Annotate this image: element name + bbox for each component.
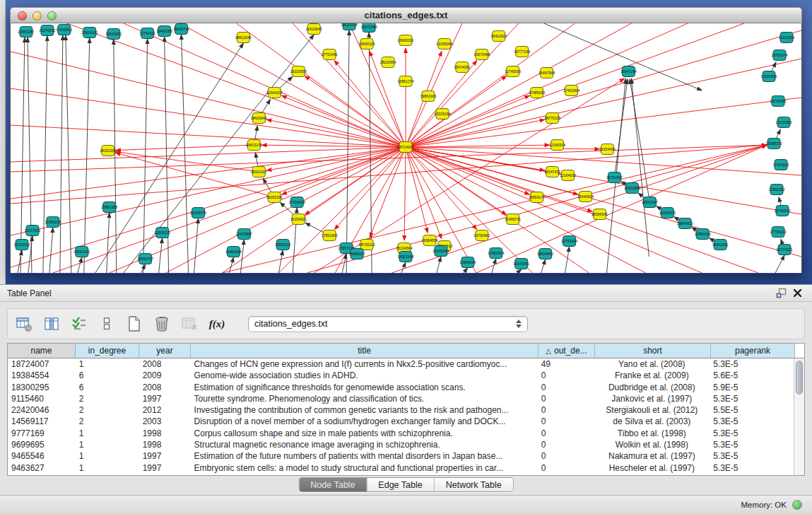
table-cell[interactable]: 49 — [538, 358, 594, 370]
table-row[interactable]: 946362711997Embryonic stem cells: a mode… — [8, 462, 794, 474]
table-cell[interactable]: 5.9E-5 — [710, 382, 794, 393]
table-cell[interactable]: 18300295 — [8, 382, 76, 393]
graph-edge[interactable] — [182, 35, 189, 273]
table-row[interactable]: 1872400712008Changes of HCN gene express… — [8, 358, 794, 370]
table-cell[interactable]: 2 — [76, 393, 139, 404]
tab-node-table[interactable]: Node Table — [299, 478, 366, 491]
graph-edge[interactable] — [107, 213, 110, 273]
table-settings-icon[interactable] — [15, 315, 33, 333]
table-cell[interactable]: 5.6E-5 — [710, 370, 794, 381]
graph-edge[interactable] — [115, 153, 274, 197]
table-cell[interactable]: 0 — [538, 404, 594, 416]
table-cell[interactable]: 2009 — [139, 370, 191, 381]
table-cell[interactable]: 9777169 — [8, 428, 76, 439]
table-row[interactable]: 969969511998Structural magnetic resonanc… — [8, 439, 794, 450]
trash-icon[interactable] — [153, 315, 171, 333]
graph-edge[interactable] — [517, 269, 522, 273]
function-builder-icon[interactable]: f(x) — [208, 315, 226, 333]
table-cell[interactable]: 5.3E-5 — [710, 428, 794, 439]
table-cell[interactable]: 5.3E-5 — [710, 462, 794, 474]
graph-edge[interactable] — [775, 255, 784, 273]
table-cell[interactable]: 1 — [76, 439, 139, 450]
graph-edge[interactable] — [544, 23, 702, 90]
table-cell[interactable]: 5.3E-5 — [710, 450, 794, 462]
table-cell[interactable]: 1998 — [139, 428, 191, 439]
table-cell[interactable]: Embryonic stem cells: a model to study s… — [191, 462, 538, 474]
window-titlebar[interactable]: citations_edges.txt — [10, 7, 802, 23]
table-row[interactable]: 977716911998Corpus callosum shape and si… — [8, 428, 794, 439]
table-row[interactable]: 911546021997Tourette syndrome. Phenomeno… — [8, 393, 794, 404]
graph-edge[interactable] — [406, 119, 545, 147]
table-row[interactable]: 1456911722003Disruption of a novel membe… — [8, 416, 794, 427]
graph-edge[interactable] — [541, 259, 546, 273]
table-cell[interactable]: Tourette syndrome. Phenomenology and cla… — [191, 393, 538, 404]
table-cell[interactable]: Dudbridge et al. (2008) — [594, 382, 710, 393]
graph-edge[interactable] — [406, 147, 442, 239]
column-header-short[interactable]: short — [595, 344, 711, 358]
column-header-year[interactable]: year — [139, 344, 191, 358]
table-cell[interactable]: 0 — [538, 416, 594, 427]
table-cell[interactable]: 0 — [538, 382, 594, 393]
tab-network-table[interactable]: Network Table — [434, 478, 513, 491]
table-cell[interactable]: 0 — [538, 393, 594, 404]
table-cell[interactable]: Hescheler et al. (1997) — [594, 462, 710, 474]
column-header-name[interactable]: name — [8, 344, 76, 358]
table-cell[interactable]: 2003 — [139, 416, 191, 427]
table-cell[interactable]: 2008 — [139, 358, 191, 370]
graph-edge[interactable] — [305, 147, 406, 215]
graph-edge[interactable] — [20, 37, 25, 273]
graph-edge[interactable] — [406, 147, 600, 149]
table-cell[interactable]: 1 — [76, 462, 139, 474]
graph-edge[interactable] — [565, 247, 570, 273]
graph-edge[interactable] — [18, 250, 22, 273]
table-cell[interactable]: 22420046 — [8, 404, 76, 416]
column-header-pagerank[interactable]: pagerank — [711, 344, 795, 358]
table-cell[interactable]: 19384554 — [8, 370, 76, 381]
float-panel-icon[interactable] — [774, 287, 789, 300]
graph-edge[interactable] — [49, 228, 53, 273]
table-cell[interactable]: Investigating the contribution of common… — [191, 404, 538, 416]
vertical-scrollbar[interactable] — [794, 358, 804, 475]
table-cell[interactable]: Changes of HCN gene expression and I(f) … — [191, 358, 538, 370]
table-cell[interactable]: 6 — [76, 382, 139, 393]
table-row[interactable]: 2242004622012Investigating the contribut… — [8, 404, 794, 416]
graph-edge[interactable] — [84, 38, 90, 273]
table-cell[interactable]: 2 — [76, 416, 139, 427]
close-window-button[interactable] — [18, 11, 27, 21]
zoom-window-button[interactable] — [47, 11, 57, 21]
graph-edge[interactable] — [60, 35, 63, 273]
graph-edge[interactable] — [406, 23, 462, 147]
table-cell[interactable]: Wolkin et al. (1998) — [594, 439, 710, 450]
tab-edge-table[interactable]: Edge Table — [366, 478, 433, 491]
row-options-icon[interactable] — [98, 315, 116, 333]
table-cell[interactable]: 2012 — [139, 404, 191, 416]
table-cell[interactable]: Yano et al. (2008) — [594, 358, 710, 370]
table-select-dropdown[interactable]: citations_edges.txt — [248, 316, 528, 332]
graph-edge[interactable] — [406, 23, 519, 147]
graph-edge[interactable] — [406, 23, 575, 147]
graph-edge[interactable] — [116, 152, 259, 172]
table-cell[interactable]: de Silva et al. (2003) — [594, 416, 710, 427]
table-cell[interactable]: 0 — [538, 462, 594, 474]
table-cell[interactable]: 0 — [538, 439, 594, 450]
table-cell[interactable]: 9463627 — [8, 462, 76, 474]
table-row[interactable]: 946554611997Estimation of the future num… — [8, 450, 794, 462]
table-row[interactable]: 1938455462009Genome-wide association stu… — [8, 370, 794, 381]
table-cell[interactable]: 0 — [538, 428, 594, 439]
graph-edge[interactable] — [114, 40, 117, 273]
graph-edge[interactable] — [43, 36, 47, 273]
table-cell[interactable]: 1 — [76, 450, 139, 462]
scrollbar-thumb[interactable] — [796, 361, 803, 395]
table-cell[interactable]: Stergiakouli et al. (2012) — [594, 404, 710, 416]
table-cell[interactable]: Estimation of the future numbers of pati… — [191, 450, 538, 462]
table-cell[interactable]: 1 — [76, 428, 139, 439]
table-cell[interactable]: Disruption of a novel member of a sodium… — [191, 416, 538, 427]
graph-edge[interactable] — [159, 238, 163, 273]
graph-edge[interactable] — [404, 147, 406, 240]
graph-edge[interactable] — [78, 257, 82, 273]
table-cell[interactable]: 1997 — [139, 450, 191, 462]
table-cell[interactable]: Franke et al. (2009) — [594, 370, 710, 381]
table-cell[interactable]: 5.3E-5 — [710, 439, 794, 450]
graph-edge[interactable] — [11, 125, 406, 147]
delete-table-icon[interactable] — [180, 315, 199, 333]
